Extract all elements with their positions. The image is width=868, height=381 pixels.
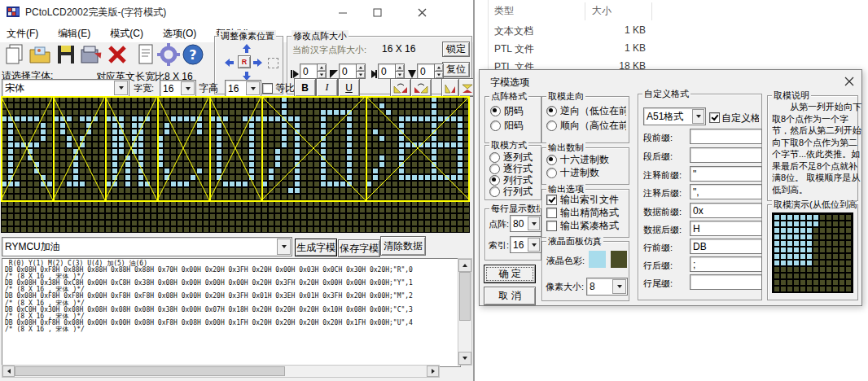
ok-button[interactable]: 确 定	[484, 265, 536, 283]
explorer-col-separator[interactable]	[651, 2, 652, 20]
lcd-matrix-preview[interactable]	[1, 96, 470, 233]
scale-checkbox[interactable]	[262, 83, 273, 94]
explorer-col-header-type[interactable]: 类型	[494, 4, 514, 18]
flip-horizontal-button[interactable]	[458, 78, 475, 97]
comment-prefix-input[interactable]: "	[690, 166, 762, 182]
selection-box-icon[interactable]	[268, 58, 278, 68]
horizontal-scroll-thumb[interactable]	[15, 366, 285, 376]
menu-file[interactable]: 文件(F)	[7, 27, 38, 41]
menu-edit[interactable]: 编辑(E)	[58, 27, 90, 41]
settings-gear-icon[interactable]	[156, 43, 181, 69]
rotate-right-button[interactable]	[410, 78, 432, 97]
trim-right-spinner[interactable]	[395, 64, 403, 77]
radio-reverse[interactable]: 逆向（低位在前）	[546, 104, 626, 118]
rotate-left-button[interactable]	[390, 78, 411, 97]
cancel-button[interactable]: 取 消	[484, 287, 536, 305]
scan-mode-title: 取模方式	[489, 139, 528, 151]
vertical-scroll-thumb[interactable]	[459, 272, 471, 321]
check-simple-format[interactable]: 输出精简格式	[546, 206, 626, 220]
format-select-dropdown-icon[interactable]	[692, 109, 704, 124]
maximize-button[interactable]	[365, 4, 389, 20]
trim-left-spinner[interactable]	[317, 64, 325, 77]
check-index-file[interactable]: 输出索引文件	[546, 193, 626, 207]
scroll-right-icon[interactable]	[427, 366, 439, 377]
char-width-select[interactable]: 16	[160, 80, 196, 97]
file-row[interactable]: 文本文档	[494, 24, 533, 38]
output-text-area[interactable]: R(0) Y(1) M(2) C(3) U(4) 加(5) 油(6) DB 0x…	[2, 258, 461, 367]
seg-suffix-input[interactable]	[690, 147, 762, 163]
explorer-col-separator[interactable]	[585, 2, 585, 20]
help-icon[interactable]: ?	[181, 43, 205, 69]
line-prefix-input[interactable]: DB	[690, 239, 762, 254]
move-left-icon[interactable]	[225, 56, 235, 71]
pixel-size-dropdown-icon[interactable]	[612, 279, 626, 294]
radio-dec[interactable]: 十进制数	[546, 166, 599, 180]
font-select-dropdown-icon[interactable]	[114, 81, 128, 95]
dialog-close-icon[interactable]	[840, 74, 858, 89]
line-end-input[interactable]	[690, 274, 762, 290]
line-end-label: 行尾缀:	[643, 278, 673, 290]
menu-mode[interactable]: 模式(C)	[110, 27, 143, 41]
text-input-combo[interactable]: RYMCU加油	[2, 237, 292, 256]
radio-forward[interactable]: 顺向（高位在前）	[546, 119, 626, 133]
lcd-color-label: 液晶色彩:	[546, 255, 585, 267]
char-height-dropdown-icon[interactable]	[246, 81, 260, 95]
radio-yin[interactable]: 阴码	[490, 104, 524, 118]
index-per-line-dropdown-icon[interactable]	[528, 238, 540, 252]
trim-bottom-spinner[interactable]	[434, 64, 442, 77]
trim-top-spinner[interactable]	[356, 64, 364, 77]
save-icon[interactable]	[53, 43, 78, 69]
lcd-on-color-swatch[interactable]	[589, 251, 606, 268]
output-horizontal-scrollbar[interactable]	[2, 365, 440, 378]
data-suffix-input[interactable]: H	[690, 221, 762, 236]
seg-suffix-label: 段后缀:	[643, 151, 673, 163]
char-width-value: 16	[163, 83, 173, 94]
title-bar[interactable]: PCtoLCD2002完美版-(字符模式)	[0, 0, 473, 24]
clear-data-button[interactable]: 清除数据	[380, 236, 426, 256]
data-prefix-input[interactable]: 0x	[690, 203, 762, 218]
reset-position-button[interactable]: R	[238, 55, 251, 68]
comment-suffix-input[interactable]: ",	[690, 184, 762, 199]
format-select[interactable]: A51格式	[643, 107, 706, 125]
lcd-off-color-swatch[interactable]	[611, 251, 627, 268]
check-compact-format[interactable]: 输出紧凑格式	[546, 219, 626, 233]
text-view-icon[interactable]	[134, 43, 156, 69]
pixel-size-select[interactable]: 8	[586, 278, 628, 296]
generate-button[interactable]: 生成字模	[295, 239, 337, 256]
save-as-icon[interactable]	[78, 43, 105, 69]
text-input-dropdown-icon[interactable]	[277, 239, 291, 255]
radio-hex[interactable]: 十六进制数	[546, 153, 609, 167]
char-width-dropdown-icon[interactable]	[181, 81, 195, 95]
line-suffix-input[interactable]: ;	[690, 256, 762, 272]
radio-row-column[interactable]: 行列式	[489, 185, 533, 199]
bold-button[interactable]: B	[294, 78, 316, 97]
dots-per-line-select[interactable]: 80	[510, 215, 541, 232]
open-folder-icon[interactable]	[27, 43, 53, 69]
lock-button[interactable]: 锁定	[442, 42, 470, 57]
minimize-button[interactable]	[331, 4, 355, 20]
underline-button[interactable]: U	[338, 78, 360, 97]
new-file-icon[interactable]	[2, 43, 27, 69]
reset-button[interactable]: 复位	[442, 62, 470, 77]
font-select[interactable]: 宋体	[2, 79, 129, 97]
demo-matrix	[774, 214, 852, 292]
close-button[interactable]	[410, 4, 434, 20]
char-height-select[interactable]: 16	[225, 80, 261, 97]
save-font-button[interactable]: 保存字模	[338, 239, 380, 257]
radio-yang[interactable]: 阳码	[490, 119, 524, 133]
move-right-icon[interactable]	[253, 56, 263, 71]
delete-icon[interactable]	[105, 44, 129, 68]
flip-vertical-button[interactable]	[441, 78, 459, 97]
scroll-up-icon[interactable]	[458, 259, 471, 272]
index-per-line-select[interactable]: 16	[510, 236, 541, 253]
menu-options[interactable]: 选项(O)	[163, 27, 196, 41]
custom-format-checkbox[interactable]	[709, 112, 720, 123]
scroll-left-icon[interactable]	[2, 366, 15, 377]
dots-per-line-dropdown-icon[interactable]	[528, 217, 540, 230]
scroll-down-icon[interactable]	[458, 352, 471, 365]
seg-prefix-input[interactable]	[690, 129, 762, 144]
explorer-col-header-size[interactable]: 大小	[592, 4, 612, 18]
file-row[interactable]: PTL 文件	[494, 42, 534, 56]
output-vertical-scrollbar[interactable]	[458, 258, 472, 366]
italic-button[interactable]: I	[316, 78, 338, 97]
